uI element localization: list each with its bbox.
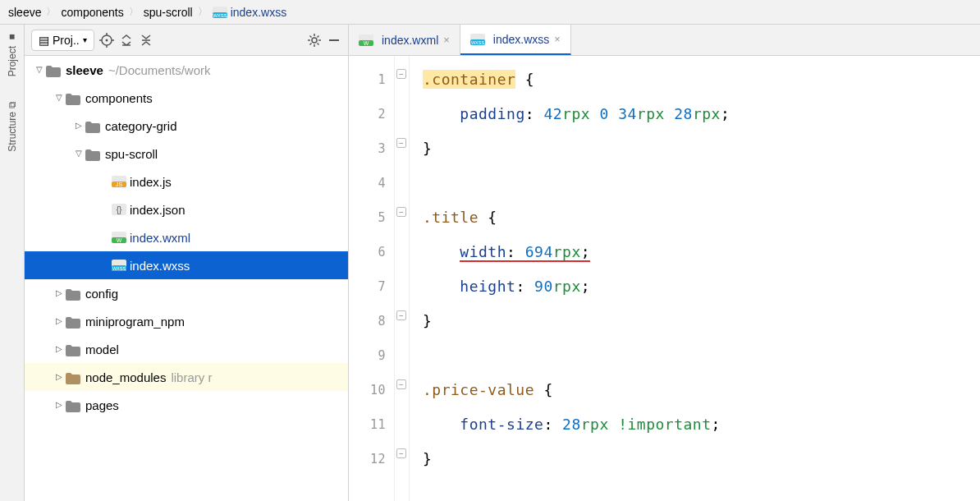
folder-icon — [66, 343, 80, 355]
tree-root[interactable]: ▽ sleeve ~/Documents/work — [25, 56, 348, 84]
code-editor[interactable]: 123456789101112 − − − − − − .container {… — [349, 56, 980, 501]
wxss-file-icon: WXSS — [470, 34, 485, 45]
svg-text:W: W — [364, 40, 369, 46]
breadcrumb-item[interactable]: sleeve — [8, 6, 41, 19]
svg-text:JS: JS — [116, 182, 123, 187]
svg-text:WXSS: WXSS — [471, 39, 485, 44]
svg-text:{}: {} — [117, 205, 122, 214]
locate-icon[interactable] — [99, 33, 114, 48]
fold-icon[interactable]: − — [396, 310, 406, 320]
chevron-right-icon[interactable]: ▷ — [53, 371, 66, 383]
project-panel: ▤ Proj.. ▾ ▽ sleeve ~/Documents/work ▽ c… — [25, 25, 349, 501]
svg-text:WXSS: WXSS — [112, 266, 126, 271]
folder-icon — [66, 287, 80, 299]
close-icon[interactable]: × — [443, 34, 450, 46]
chevron-down-icon[interactable]: ▽ — [53, 92, 66, 103]
tree-file[interactable]: W index.wxml — [25, 223, 348, 251]
svg-text:W: W — [117, 237, 122, 243]
tree-folder[interactable]: ▷ pages — [25, 391, 348, 419]
breadcrumb: sleeve 〉 components 〉 spu-scroll 〉 WXSS … — [0, 0, 980, 25]
folder-icon — [85, 148, 100, 159]
breadcrumb-item[interactable]: components — [61, 6, 123, 19]
tree-folder[interactable]: ▷ category-grid — [25, 112, 348, 140]
chevron-right-icon[interactable]: ▷ — [53, 315, 66, 327]
chevron-right-icon[interactable]: ▷ — [53, 287, 66, 299]
chevron-down-icon: ▾ — [83, 35, 87, 44]
minimize-icon[interactable] — [327, 33, 341, 48]
tree-file-selected[interactable]: WXSS index.wxss — [25, 251, 348, 279]
js-file-icon: JS — [112, 176, 126, 187]
editor-tabs: W index.wxml × WXSS index.wxss × — [349, 25, 980, 56]
project-tool-tab[interactable]: Project■ — [7, 31, 18, 76]
wxml-file-icon: W — [112, 232, 126, 243]
json-file-icon: {} — [112, 204, 126, 215]
chevron-down-icon[interactable]: ▽ — [72, 148, 85, 159]
breadcrumb-current[interactable]: index.wxss — [231, 6, 286, 19]
project-tree[interactable]: ▽ sleeve ~/Documents/work ▽ components ▷… — [25, 56, 348, 501]
chevron-down-icon[interactable]: ▽ — [33, 64, 46, 76]
wxss-file-icon: WXSS — [213, 7, 227, 18]
wxss-file-icon: WXSS — [112, 260, 126, 271]
tool-window-bar: Project■ Structure⧉ — [0, 25, 25, 501]
project-view-selector[interactable]: ▤ Proj.. ▾ — [31, 30, 94, 51]
folder-icon — [66, 371, 80, 383]
chevron-right-icon[interactable]: ▷ — [53, 399, 66, 411]
chevron-right-icon[interactable]: ▷ — [72, 120, 85, 131]
chevron-right-icon: 〉 — [129, 5, 139, 19]
folder-icon — [46, 64, 61, 76]
wxml-file-icon: W — [359, 34, 373, 46]
collapse-all-icon[interactable] — [139, 33, 153, 48]
fold-icon[interactable]: − — [396, 207, 406, 217]
code-text[interactable]: .container { padding: 42rpx 0 34rpx 28rp… — [410, 56, 730, 501]
folder-icon — [66, 315, 80, 327]
close-icon[interactable]: × — [554, 33, 561, 45]
tree-file[interactable]: JS index.js — [25, 168, 348, 195]
tab-wxml[interactable]: W index.wxml × — [349, 25, 460, 55]
tree-file[interactable]: {} index.json — [25, 195, 348, 223]
folder-icon — [66, 399, 80, 411]
fold-icon[interactable]: − — [396, 448, 406, 458]
tab-wxss[interactable]: WXSS index.wxss × — [460, 25, 571, 55]
breadcrumb-item[interactable]: spu-scroll — [144, 6, 193, 19]
line-gutter: 123456789101112 — [349, 56, 395, 501]
expand-all-icon[interactable] — [119, 33, 134, 48]
fold-icon[interactable]: − — [396, 379, 406, 389]
tree-folder[interactable]: ▽ components — [25, 84, 348, 112]
tree-folder-library[interactable]: ▷ node_modules library r — [25, 363, 348, 391]
project-toolbar: ▤ Proj.. ▾ — [25, 25, 348, 56]
chevron-right-icon[interactable]: ▷ — [53, 343, 66, 355]
gear-icon[interactable] — [307, 33, 322, 48]
tree-folder[interactable]: ▷ miniprogram_npm — [25, 307, 348, 335]
svg-point-4 — [105, 39, 108, 41]
fold-icon[interactable]: − — [396, 138, 406, 148]
project-icon: ▤ — [39, 34, 49, 47]
chevron-right-icon: 〉 — [198, 5, 208, 19]
svg-point-9 — [312, 38, 317, 43]
tree-folder[interactable]: ▽ spu-scroll — [25, 140, 348, 168]
svg-text:WXSS: WXSS — [213, 12, 227, 17]
editor: W index.wxml × WXSS index.wxss × 1234567… — [349, 25, 980, 501]
fold-icon[interactable]: − — [396, 69, 406, 79]
tree-folder[interactable]: ▷ config — [25, 279, 348, 307]
chevron-right-icon: 〉 — [46, 5, 56, 19]
tree-folder[interactable]: ▷ model — [25, 335, 348, 363]
structure-tool-tab[interactable]: Structure⧉ — [7, 101, 18, 152]
folder-icon — [66, 92, 80, 103]
folder-icon — [85, 120, 100, 131]
fold-column[interactable]: − − − − − − — [395, 56, 410, 501]
